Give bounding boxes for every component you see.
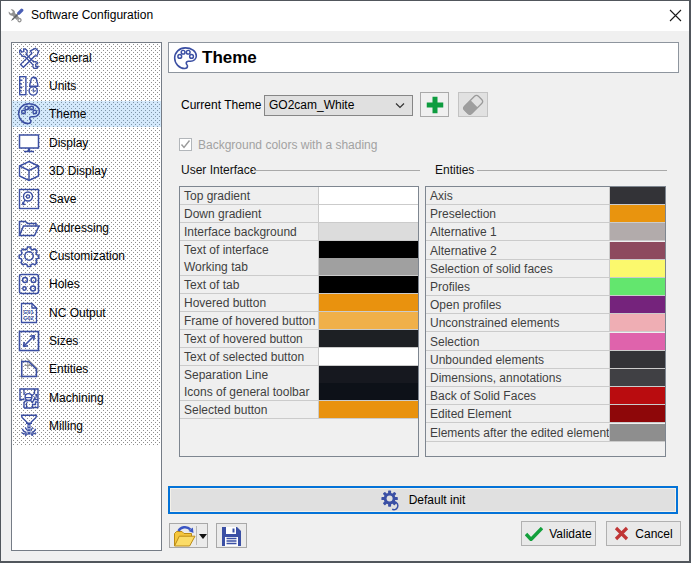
svg-text:G02: G02 <box>23 314 33 320</box>
